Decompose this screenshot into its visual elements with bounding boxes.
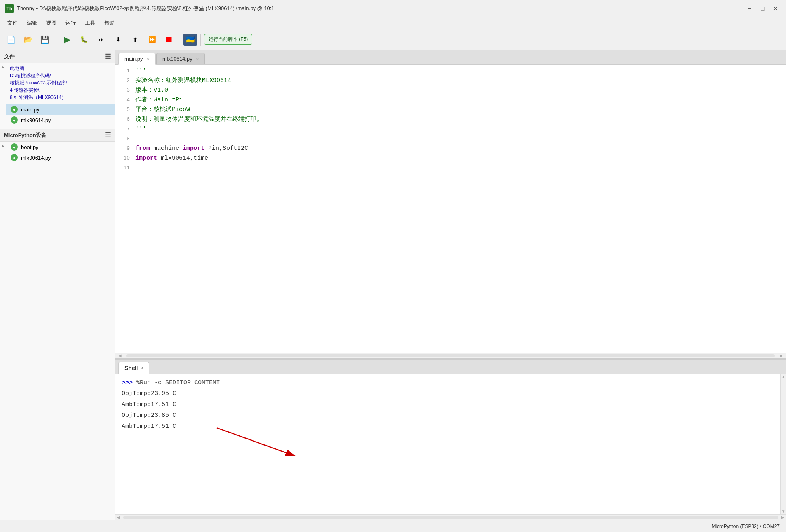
code-line-3: 3 版本：v1.0 (115, 86, 786, 95)
step-out-button[interactable]: ⬆ (127, 32, 143, 47)
path-line-2: D:\核桃派程序代码\ (10, 72, 111, 79)
flag-icon: 🇺🇦 (183, 34, 197, 46)
resume-button[interactable]: ⏩ (144, 32, 160, 47)
code-line-7: 7 ''' (115, 124, 786, 134)
sidebar-path: 此电脑 D:\核桃派程序代码\ 核桃派PicoW\02-示例程序\ 4.传感器实… (6, 63, 115, 104)
sidebar-files-label: 文件 (4, 53, 15, 60)
menu-tools[interactable]: 工具 (81, 18, 99, 28)
step-over-button[interactable]: ⏭ (93, 32, 109, 47)
sidebar-file-main-py[interactable]: ● main.py (6, 104, 115, 115)
sidebar-section-device: MicroPython设备 ☰ (0, 129, 115, 142)
code-line-10: 10 import mlx90614,time (115, 154, 786, 163)
shell-hscroll: ◀ ▶ (115, 514, 786, 520)
tab-main-py-label: main.py (124, 56, 143, 62)
file-icon-mlx90614-py: ● (11, 116, 18, 124)
shell-area: Shell × >>> %Run -c $EDITOR_CONTENT ObjT… (115, 358, 786, 520)
stop-button[interactable]: ⏹ (161, 32, 177, 47)
title-bar: Th Thonny - D:\核桃派程序代码\核桃派PicoW\02-示例程序\… (0, 0, 786, 17)
code-editor[interactable]: 1 ''' 2 实验名称：红外测温模块MLX90614 3 版本：v1.0 4 … (115, 65, 786, 353)
code-line-4: 4 作者：WalnutPi (115, 95, 786, 105)
toolbar-sep-3 (200, 34, 201, 46)
menu-view[interactable]: 视图 (42, 18, 61, 28)
sidebar: 文件 ☰ ▲ 此电脑 D:\核桃派程序代码\ 核桃派PicoW\02-示例程序\… (0, 50, 115, 520)
sidebar-file-boot-py[interactable]: ● boot.py (6, 142, 115, 152)
file-icon-boot-py: ● (11, 143, 18, 151)
sidebar-file-mlx90614-py[interactable]: ● mlx90614.py (6, 115, 115, 125)
tab-main-py-close[interactable]: × (147, 57, 150, 61)
code-line-1: 1 ''' (115, 66, 786, 76)
code-line-6: 6 说明：测量物体温度和环境温度并在终端打印。 (115, 115, 786, 124)
close-button[interactable]: ✕ (770, 3, 781, 14)
code-line-5: 5 平台：核桃派PicoW (115, 105, 786, 115)
filename-main-py: main.py (21, 107, 40, 113)
shell-vscroll[interactable]: ▲ ▼ (780, 374, 786, 514)
title-bar-left: Th Thonny - D:\核桃派程序代码\核桃派PicoW\02-示例程序\… (5, 4, 274, 13)
step-into-button[interactable]: ⬇ (110, 32, 126, 47)
shell-tab-bar: Shell × (115, 360, 786, 374)
shell-prompt: >>> (122, 379, 133, 386)
filename-boot-py: boot.py (21, 144, 38, 150)
shell-content[interactable]: >>> %Run -c $EDITOR_CONTENT ObjTemp:23.9… (115, 374, 786, 467)
title-bar-title: Thonny - D:\核桃派程序代码\核桃派PicoW\02-示例程序\4.传… (17, 5, 274, 12)
sidebar-section-files: 文件 ☰ (0, 50, 115, 63)
open-file-button[interactable]: 📂 (20, 32, 36, 47)
menu-run[interactable]: 运行 (61, 18, 80, 28)
editor-tab-bar: main.py × mlx90614.py × (115, 50, 786, 65)
toolbar: 📄 📂 💾 ▶ 🐛 ⏭ ⬇ ⬆ ⏩ ⏹ 🇺🇦 运行当前脚本 (F5) (0, 29, 786, 50)
code-line-11: 11 (115, 163, 786, 173)
app-icon: Th (5, 4, 14, 13)
path-line-3: 核桃派PicoW\02-示例程序\ (10, 79, 111, 86)
tab-main-py[interactable]: main.py × (118, 53, 156, 65)
window-controls: − □ ✕ (744, 3, 781, 14)
sidebar-divider (0, 127, 115, 127)
status-info: MicroPython (ESP32) • COM27 (712, 524, 780, 529)
editor-outer: main.py × mlx90614.py × 1 ''' 2 实验名称：红外测… (115, 50, 786, 358)
shell-prompt-line: >>> %Run -c $EDITOR_CONTENT (122, 377, 780, 388)
shell-content-wrapper: >>> %Run -c $EDITOR_CONTENT ObjTemp:23.9… (115, 374, 786, 514)
path-line-4: 4.传感器实验\ (10, 86, 111, 94)
path-line-1: 此电脑 (10, 65, 111, 72)
sidebar-scroll-up[interactable]: ▲ (0, 63, 6, 125)
menu-edit[interactable]: 编辑 (23, 18, 41, 28)
toolbar-sep-2 (180, 34, 180, 46)
arrow-annotation (122, 432, 780, 464)
maximize-button[interactable]: □ (757, 3, 768, 14)
svg-line-1 (217, 428, 295, 456)
filename-mlx90614-py: mlx90614.py (21, 117, 51, 123)
shell-tab-close[interactable]: × (140, 366, 143, 370)
shell-tab[interactable]: Shell × (118, 362, 149, 374)
red-arrow-svg (122, 420, 324, 467)
new-file-button[interactable]: 📄 (3, 32, 19, 47)
main-area: 文件 ☰ ▲ 此电脑 D:\核桃派程序代码\ 核桃派PicoW\02-示例程序\… (0, 50, 786, 520)
code-line-2: 2 实验名称：红外测温模块MLX90614 (115, 76, 786, 86)
sidebar-device-label: MicroPython设备 (4, 132, 46, 139)
debug-button[interactable]: 🐛 (76, 32, 92, 47)
shell-tab-label: Shell (124, 365, 138, 371)
tab-mlx90614-py[interactable]: mlx90614.py × (156, 53, 205, 64)
tab-mlx90614-py-label: mlx90614.py (162, 56, 192, 62)
toolbar-sep-1 (56, 34, 56, 46)
sidebar-device-scroll-up[interactable]: ▲ (0, 142, 6, 163)
editor-hscroll: ◀ ▶ (115, 353, 786, 358)
run-button[interactable]: ▶ (59, 32, 75, 47)
code-line-8: 8 (115, 134, 786, 144)
file-icon-mlx90614-device-py: ● (11, 154, 18, 161)
sidebar-device-menu-icon[interactable]: ☰ (105, 131, 111, 139)
save-file-button[interactable]: 💾 (37, 32, 53, 47)
sidebar-file-mlx90614-device-py[interactable]: ● mlx90614.py (6, 152, 115, 163)
sidebar-files-menu-icon[interactable]: ☰ (105, 53, 111, 60)
code-line-9: 9 from machine import Pin,SoftI2C (115, 144, 786, 154)
shell-command: %Run -c $EDITOR_CONTENT (136, 379, 220, 386)
tab-mlx90614-py-close[interactable]: × (196, 57, 199, 61)
menu-bar: 文件 编辑 视图 运行 工具 帮助 (0, 17, 786, 29)
run-current-label[interactable]: 运行当前脚本 (F5) (204, 34, 252, 45)
shell-output-line-2: AmbTemp:17.51 C (122, 399, 780, 410)
menu-file[interactable]: 文件 (3, 18, 22, 28)
editor-shell-area: main.py × mlx90614.py × 1 ''' 2 实验名称：红外测… (115, 50, 786, 520)
file-icon-main-py: ● (11, 106, 18, 113)
minimize-button[interactable]: − (744, 3, 755, 14)
shell-output-line-3: ObjTemp:23.85 C (122, 410, 780, 421)
menu-help[interactable]: 帮助 (100, 18, 119, 28)
filename-mlx90614-device-py: mlx90614.py (21, 155, 51, 161)
shell-output-line-1: ObjTemp:23.95 C (122, 388, 780, 399)
